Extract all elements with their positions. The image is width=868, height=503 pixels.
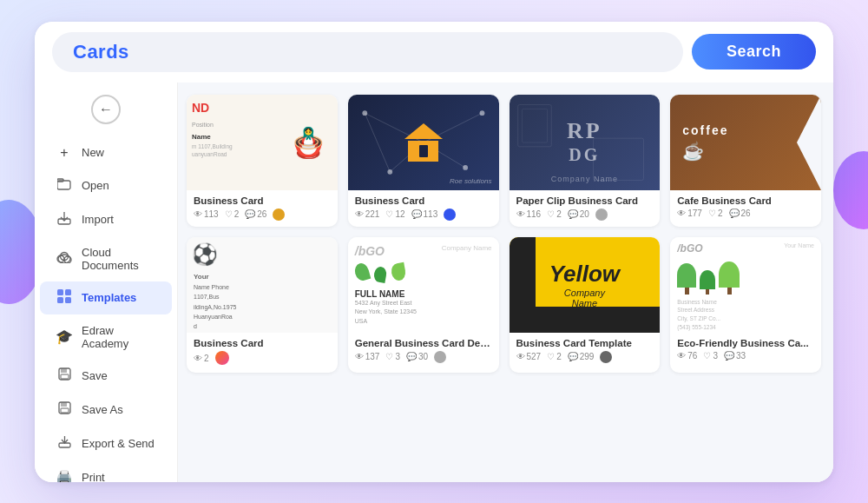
open-icon (56, 178, 73, 194)
sidebar-label-open: Open (82, 179, 109, 192)
avatar (600, 351, 612, 363)
tree3 (719, 261, 740, 295)
sidebar: ← + New Open Import (35, 83, 178, 482)
card-title: Business Card Template (516, 338, 654, 348)
chat-icon: 💬 (411, 209, 422, 219)
sidebar-item-open[interactable]: Open (40, 170, 172, 202)
import-icon (56, 211, 73, 228)
svg-rect-32 (522, 109, 547, 142)
card-title: Cafe Business Card (677, 195, 814, 206)
decorative-blob-right (833, 151, 868, 229)
chat-icon: 💬 (245, 209, 255, 219)
avatar (595, 208, 608, 221)
card-stats: 👁 2 (194, 351, 331, 367)
sidebar-item-new[interactable]: + New (40, 137, 172, 169)
card-title: Business Card (194, 195, 331, 206)
address-text: 5432 Any Street EastNew York, State 1234… (355, 299, 492, 327)
svg-rect-10 (57, 297, 63, 303)
heart-icon: ♡ (225, 209, 233, 219)
yellow-main-text: Yellow CompanyName (549, 261, 620, 308)
svg-point-30 (463, 165, 468, 170)
export-icon (56, 435, 73, 452)
page-title: Cards (73, 41, 129, 63)
list-item[interactable]: Yellow CompanyName Business Card Templat… (510, 237, 661, 373)
sidebar-item-templates[interactable]: Templates (40, 281, 172, 314)
svg-rect-11 (65, 297, 71, 303)
likes-stat: ♡ 3 (703, 351, 718, 361)
likes-stat: ♡ 3 (385, 352, 400, 361)
list-item[interactable]: RPDG Company Name Paper Clip Business Ca… (510, 95, 661, 227)
list-item[interactable]: Roe solutions Business Card 👁 221 ♡ 12 (348, 95, 499, 227)
likes-stat: ♡ 2 (708, 208, 723, 218)
full-name: FULL NAME (355, 289, 492, 299)
sidebar-item-print[interactable]: 🖨️ Print (40, 461, 172, 482)
coffee-label: coffee (682, 123, 728, 137)
likes-stat: ♡ 12 (385, 209, 404, 219)
general-logo: /bGO (355, 244, 385, 258)
sidebar-item-save[interactable]: Save (40, 360, 172, 392)
views-stat: 👁 2 (194, 354, 209, 363)
sidebar-item-save-as[interactable]: Save As (40, 394, 172, 426)
list-item[interactable]: ⚽ Your Name Phone 1107,Bus ildingA,No.19… (187, 237, 338, 373)
search-button[interactable]: Search (692, 34, 816, 69)
card-title: Business Card (194, 338, 331, 348)
comments-count: 299 (580, 352, 595, 361)
views-count: 113 (204, 209, 219, 219)
card-info: General Business Card Design 👁 137 ♡ 3 (348, 333, 499, 369)
sidebar-item-export[interactable]: Export & Send (40, 427, 172, 460)
eye-icon: 👁 (355, 352, 364, 361)
coffee-cup-icon: ☕ (682, 141, 728, 162)
likes-count: 2 (234, 209, 240, 219)
comments-count: 30 (418, 352, 428, 361)
card-info: Paper Clip Business Card 👁 116 ♡ 2 (510, 190, 661, 227)
top-bar: Cards Search (35, 22, 833, 83)
chat-icon: 💬 (568, 209, 578, 219)
views-count: 527 (527, 352, 542, 361)
likes-count: 2 (718, 208, 723, 218)
general-company: Company Name (442, 244, 492, 252)
chat-icon: 💬 (406, 352, 417, 361)
chat-icon: 💬 (568, 352, 578, 361)
views-count: 137 (365, 352, 380, 361)
back-circle-icon[interactable]: ← (91, 95, 121, 124)
sidebar-item-academy[interactable]: 🎓 Edraw Academy (40, 316, 172, 358)
views-stat: 👁 177 (677, 208, 702, 218)
your-name: Your Name (784, 242, 814, 255)
eye-icon: 👁 (677, 351, 686, 361)
list-item[interactable]: /bGO Company Name FULL NAME 5432 Any Str… (348, 237, 499, 373)
eye-icon: 👁 (516, 352, 525, 361)
print-icon: 🖨️ (56, 469, 73, 482)
handwritten-content: Your Name Phone 1107,Bus ildingA,No.1975… (194, 272, 331, 332)
card-avatar (600, 351, 612, 363)
coffee-content: coffee ☕ (682, 123, 728, 162)
likes-stat: ♡ 2 (547, 352, 562, 361)
eco-logo-text: /bGO (677, 242, 702, 255)
card-title: General Business Card Design (355, 338, 492, 348)
avatar (444, 208, 456, 221)
tree2-top (700, 270, 715, 289)
likes-count: 3 (713, 351, 718, 361)
back-icon: ← (99, 102, 113, 117)
tree3-top (719, 261, 740, 288)
card-address: m 1107,BuildinguanyuanRoad (192, 142, 279, 160)
list-item[interactable]: /bGO Your Name (670, 237, 821, 373)
cloud-icon (56, 251, 73, 267)
likes-stat: ♡ 2 (547, 209, 562, 219)
avatar (215, 351, 229, 365)
svg-rect-16 (61, 402, 67, 407)
card-avatar (273, 208, 285, 221)
card-stats: 👁 527 ♡ 2 💬 299 (516, 351, 654, 363)
sidebar-label-new: New (82, 146, 104, 159)
back-button[interactable]: ← (35, 95, 177, 124)
list-item[interactable]: ND Position Name m 1107,BuildinguanyuanR… (187, 95, 338, 227)
views-stat: 👁 137 (355, 352, 380, 361)
sidebar-item-import[interactable]: Import (40, 203, 172, 236)
card-preview: RPDG Company Name (510, 95, 661, 190)
svg-point-29 (387, 169, 392, 174)
eye-icon: 👁 (355, 209, 364, 219)
sidebar-item-cloud[interactable]: Cloud Documents (40, 238, 172, 280)
likes-count: 3 (395, 352, 400, 361)
list-item[interactable]: coffee ☕ Cafe Business Card (670, 95, 821, 227)
card-tagline: Roe solutions (450, 177, 491, 185)
academy-icon: 🎓 (56, 328, 73, 345)
